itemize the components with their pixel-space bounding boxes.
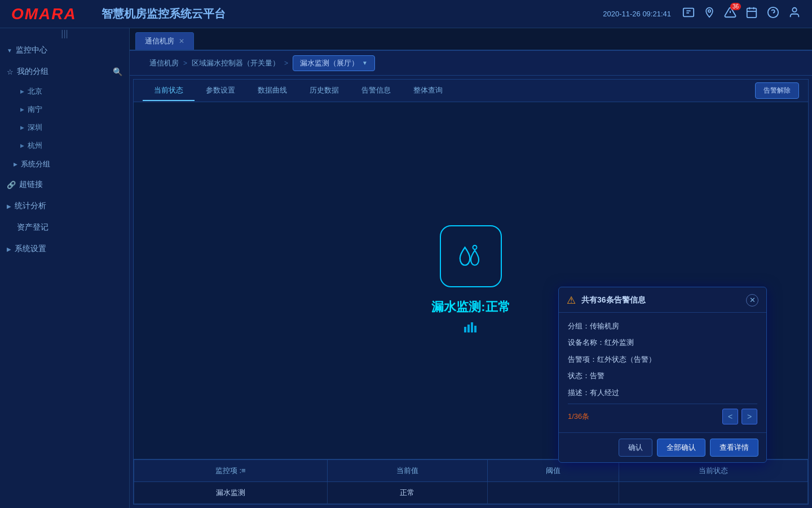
breadcrumb: 通信机房 > 区域漏水控制器（开关量） > 漏水监测（展厅） ▼ — [130, 51, 812, 76]
data-table: 监控项 :≡ 当前值 阈值 当前状态 漏水监测 正常 — [134, 459, 808, 504]
tab-param-settings[interactable]: 参数设置 — [195, 81, 246, 101]
alarm-pager: 1/36条 < > — [568, 404, 757, 424]
tab-overview[interactable]: 整体查询 — [402, 81, 454, 101]
breadcrumb-current-label: 漏水监测（展厅） — [300, 58, 359, 68]
stat-analysis-label: 统计分析 — [15, 201, 46, 211]
sidebar: ||| ▼ 监控中心 ☆ 我的分组 🔍 ▶ 北京 ▶ 南宁 ▶ 深圳 ▶ — [0, 28, 130, 508]
help-icon[interactable] — [767, 6, 779, 21]
svg-rect-17 — [474, 326, 476, 332]
col-current-value: 当前值 — [327, 460, 487, 482]
svg-rect-15 — [467, 325, 470, 332]
alarm-close-button[interactable]: ✕ — [746, 294, 758, 306]
tab-bar: 通信机房 ✕ — [130, 28, 812, 51]
col-threshold: 阈值 — [487, 460, 619, 482]
shenzhen-arrow: ▶ — [20, 125, 24, 130]
asset-register-label: 资产登记 — [17, 222, 48, 233]
header-icons: 36 — [682, 6, 801, 21]
alarm-next-btn[interactable]: > — [742, 409, 757, 424]
alarm-popup: ⚠ 共有36条告警信息 ✕ 分组：传输机房 设备名称：红外监测 告警项：红外状态… — [558, 287, 767, 463]
alarm-device-name-row: 设备名称：红外监测 — [568, 337, 757, 348]
sidebar-item-beijing[interactable]: ▶ 北京 — [0, 82, 129, 100]
data-table-area: 监控项 :≡ 当前值 阈值 当前状态 漏水监测 正常 — [134, 459, 808, 504]
chart-icon[interactable] — [463, 321, 479, 336]
sidebar-item-system-group[interactable]: ▶ 系统分组 — [0, 155, 129, 174]
tab-data-curve-label: 数据曲线 — [258, 86, 287, 94]
breadcrumb-dropdown-arrow: ▼ — [362, 60, 368, 66]
svg-rect-6 — [747, 8, 757, 18]
tab-comm-room[interactable]: 通信机房 ✕ — [135, 32, 194, 50]
alarm-icon[interactable]: 36 — [724, 6, 736, 21]
alarm-group-row: 分组：传输机房 — [568, 321, 757, 332]
system-group-arrow: ▶ — [14, 161, 17, 167]
header-datetime: 2020-11-26 09:21:41 — [603, 10, 671, 18]
screenshot-icon[interactable] — [682, 6, 695, 21]
sidebar-item-asset-register[interactable]: 资产登记 — [0, 217, 129, 238]
sidebar-item-hyperlink[interactable]: 🔗 超链接 — [0, 174, 129, 195]
alarm-popup-footer: 确认 全部确认 查看详情 — [559, 432, 766, 462]
location-icon[interactable] — [704, 6, 715, 21]
alarm-confirm-btn[interactable]: 确认 — [619, 439, 652, 457]
beijing-label: 北京 — [28, 86, 42, 97]
calendar-icon[interactable] — [745, 6, 758, 21]
water-drops-icon — [451, 237, 491, 276]
tab-data-curve[interactable]: 数据曲线 — [246, 81, 298, 101]
sidebar-item-shenzhen[interactable]: ▶ 深圳 — [0, 119, 129, 137]
alarm-dismiss-button[interactable]: 告警解除 — [755, 82, 799, 99]
inner-tabs: 当前状态 参数设置 数据曲线 历史数据 告警信息 整体查询 告警解除 — [134, 80, 808, 102]
tab-close-btn[interactable]: ✕ — [179, 37, 184, 45]
tab-history-data[interactable]: 历史数据 — [298, 81, 350, 101]
tab-alarm-info-label: 告警信息 — [361, 86, 391, 94]
breadcrumb-zone-controller[interactable]: 区域漏水控制器（开关量） — [192, 58, 280, 68]
alarm-status-row: 状态：告警 — [568, 370, 757, 382]
alarm-confirm-all-btn[interactable]: 全部确认 — [657, 439, 705, 457]
sidebar-drag-handle[interactable]: ||| — [0, 28, 129, 40]
my-groups-icon: ☆ — [7, 68, 14, 76]
breadcrumb-sep-1: > — [183, 59, 187, 67]
search-icon[interactable]: 🔍 — [113, 67, 122, 76]
stat-analysis-arrow: ▶ — [7, 203, 11, 209]
system-settings-arrow: ▶ — [7, 246, 11, 252]
breadcrumb-comm-room[interactable]: 通信机房 — [149, 58, 179, 68]
system-group-label: 系统分组 — [21, 159, 50, 169]
cell-threshold — [487, 482, 619, 504]
svg-point-3 — [708, 10, 710, 12]
svg-rect-14 — [464, 327, 466, 332]
tab-overview-label: 整体查询 — [413, 86, 443, 94]
svg-rect-16 — [471, 322, 473, 332]
sidebar-item-stat-analysis[interactable]: ▶ 统计分析 — [0, 195, 129, 217]
alarm-popup-body: 分组：传输机房 设备名称：红外监测 告警项：红外状态（告警） 状态：告警 描述：… — [559, 313, 766, 433]
alarm-popup-title: 共有36条告警信息 — [581, 295, 740, 305]
alarm-prev-btn[interactable]: < — [722, 409, 738, 424]
sidebar-item-system-settings[interactable]: ▶ 系统设置 — [0, 238, 129, 260]
hangzhou-label: 杭州 — [28, 141, 42, 151]
tab-current-status[interactable]: 当前状态 — [143, 81, 195, 101]
nanning-arrow: ▶ — [20, 107, 24, 112]
monitor-center-arrow: ▼ — [7, 47, 12, 54]
col-monitor-item: 监控项 :≡ — [134, 460, 328, 482]
alarm-page-info: 1/36条 — [568, 411, 589, 422]
breadcrumb-current[interactable]: 漏水监测（展厅） ▼ — [293, 55, 375, 71]
sidebar-item-nanning[interactable]: ▶ 南宁 — [0, 100, 129, 119]
breadcrumb-sep-2: > — [284, 59, 288, 67]
beijing-arrow: ▶ — [20, 89, 24, 94]
user-icon[interactable] — [788, 6, 801, 21]
alarm-nav-btns: < > — [722, 409, 757, 424]
alarm-view-detail-btn[interactable]: 查看详情 — [710, 439, 758, 457]
header: OMARA 智慧机房监控系统云平台 2020-11-26 09:21:41 — [0, 0, 812, 28]
app-title: 智慧机房监控系统云平台 — [102, 6, 603, 21]
sidebar-item-monitor-center[interactable]: ▼ 监控中心 — [0, 40, 129, 61]
system-settings-label: 系统设置 — [15, 244, 46, 254]
tab-current-status-label: 当前状态 — [154, 86, 183, 94]
water-icon-container — [440, 225, 502, 287]
nanning-label: 南宁 — [28, 104, 42, 115]
alarm-popup-header: ⚠ 共有36条告警信息 ✕ — [559, 287, 766, 313]
svg-point-12 — [792, 8, 796, 12]
sidebar-item-hangzhou[interactable]: ▶ 杭州 — [0, 137, 129, 155]
monitor-center-label: 监控中心 — [16, 45, 122, 55]
my-groups-label: 我的分组 — [17, 67, 109, 77]
tab-alarm-info[interactable]: 告警信息 — [350, 81, 402, 101]
sidebar-item-my-groups[interactable]: ☆ 我的分组 🔍 — [0, 61, 129, 82]
alarm-item-row: 告警项：红外状态（告警） — [568, 354, 757, 365]
tab-comm-room-label: 通信机房 — [145, 36, 174, 46]
alarm-description-row: 描述：有人经过 — [568, 387, 757, 398]
